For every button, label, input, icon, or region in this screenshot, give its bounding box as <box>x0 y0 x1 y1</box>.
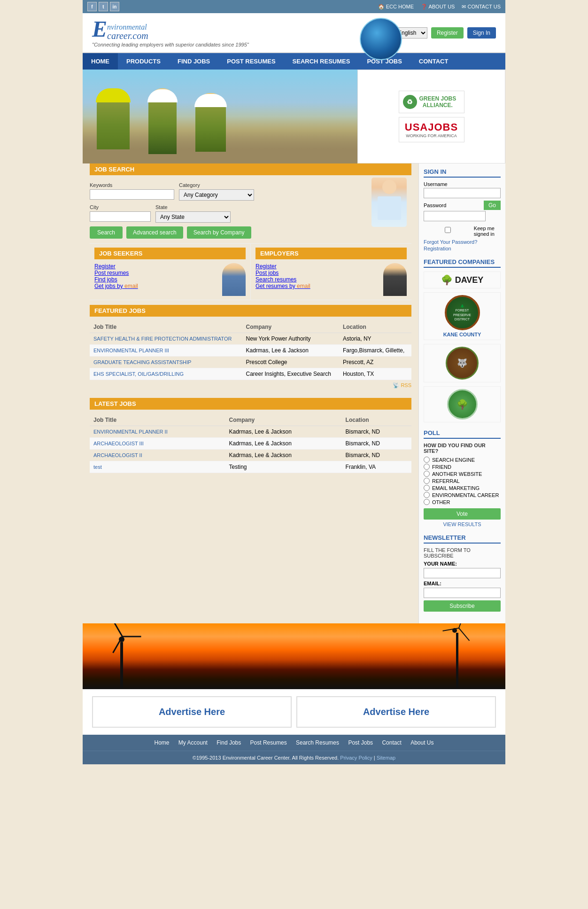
job-link-2[interactable]: ENVIRONMENTAL PLANNER III <box>93 348 169 353</box>
company-1: New York Power Authority <box>242 333 339 345</box>
contact-us-link[interactable]: ✉ CONTACT US <box>462 4 501 10</box>
linkedin-icon[interactable]: in <box>110 2 119 11</box>
davey-company-logo[interactable]: 🌳 DAVEY <box>424 272 501 288</box>
nav-search-resumes[interactable]: SEARCH RESUMES <box>284 53 359 70</box>
poll-radio-7[interactable] <box>424 499 430 505</box>
password-input[interactable] <box>424 211 486 221</box>
green-org-logo[interactable]: 🌳 <box>424 386 501 422</box>
keywords-input[interactable] <box>90 189 174 200</box>
search-by-company-button[interactable]: Search by Company <box>187 226 251 239</box>
footer-my-account[interactable]: My Account <box>178 739 208 746</box>
nav-find-jobs[interactable]: FIND JOBS <box>169 53 218 70</box>
state-select[interactable]: Any State <box>155 211 231 223</box>
forgot-password-link[interactable]: Forgot Your Password? <box>424 239 501 245</box>
kane-county-label: KANE COUNTY <box>426 332 498 337</box>
rss-link[interactable]: RSS <box>401 382 411 388</box>
twitter-icon[interactable]: t <box>99 2 108 11</box>
poll-radio-2[interactable] <box>424 464 430 470</box>
footer-about-us[interactable]: About Us <box>410 739 433 746</box>
latest-job-link-3[interactable]: ARCHAEOLOGIST II <box>93 452 142 458</box>
footer-search-resumes[interactable]: Search Resumes <box>296 739 339 746</box>
poll-radio-1[interactable] <box>424 457 430 463</box>
poll-radio-5[interactable] <box>424 485 430 491</box>
keywords-label: Keywords <box>90 182 174 188</box>
employers-post-jobs-link[interactable]: Post jobs <box>255 270 279 276</box>
table-row: EHS SPECIALIST, OIL/GAS/DRILLING Career … <box>90 368 411 380</box>
kane-county-logo[interactable]: 🌲 FOREST PRESERVE DISTRICT KANE COUNTY <box>424 292 501 340</box>
nav-products[interactable]: PRODUCTS <box>118 53 169 70</box>
footer-post-resumes[interactable]: Post Resumes <box>250 739 287 746</box>
job-link-3[interactable]: GRADUATE TEACHING ASSISTANTSHIP <box>93 359 191 365</box>
signin-button[interactable]: Sign In <box>467 27 496 39</box>
search-button[interactable]: Search <box>90 226 123 239</box>
partner-logos: ♻ GREEN JOBSALLIANCE. USAJOBS WORKING FO… <box>357 70 505 163</box>
rss-icon: 📡 <box>393 382 399 388</box>
latest-job-link-4[interactable]: test <box>93 464 102 470</box>
employers-get-resumes-link[interactable]: Get resumes by email <box>255 283 310 289</box>
view-results-link[interactable]: VIEW RESULTS <box>424 521 501 527</box>
nav-post-resumes[interactable]: POST RESUMES <box>218 53 284 70</box>
poll-radio-4[interactable] <box>424 478 430 484</box>
sitemap-link[interactable]: Sitemap <box>377 755 395 761</box>
main-area: JOB SEARCH Keywords Category <box>83 163 505 623</box>
footer-home[interactable]: Home <box>155 739 170 746</box>
newsletter-email-input[interactable] <box>424 588 501 598</box>
poll-radio-6[interactable] <box>424 492 430 498</box>
seekers-find-jobs-link[interactable]: Find jobs <box>94 276 117 283</box>
defenders-logo[interactable]: 🐺 <box>424 344 501 382</box>
vote-button[interactable]: Vote <box>424 508 501 520</box>
username-input[interactable] <box>424 188 501 198</box>
city-input[interactable] <box>90 211 151 222</box>
ad-banner-2[interactable]: Advertise Here <box>296 696 496 728</box>
poll-radio-3[interactable] <box>424 471 430 477</box>
nav-contact[interactable]: CONTACT <box>410 53 457 70</box>
footer-find-jobs[interactable]: Find Jobs <box>217 739 241 746</box>
footer-post-jobs[interactable]: Post Jobs <box>348 739 373 746</box>
green-jobs-alliance-logo[interactable]: ♻ GREEN JOBSALLIANCE. <box>399 91 464 113</box>
seekers-get-jobs-email-link[interactable]: Get jobs by email <box>94 283 138 289</box>
latest-job-link-2[interactable]: ARCHAEOLOGIST III <box>93 441 144 446</box>
ad-banner-1[interactable]: Advertise Here <box>92 696 292 728</box>
keep-signed-checkbox[interactable] <box>424 227 472 233</box>
latest-col-company: Company <box>225 414 341 426</box>
job-link-4[interactable]: EHS SPECIALIST, OIL/GAS/DRILLING <box>93 371 184 377</box>
job-search-header: JOB SEARCH <box>90 163 411 175</box>
davey-name: DAVEY <box>455 275 484 285</box>
job-link-1[interactable]: SAFETY HEALTH & FIRE PROTECTION ADMINIST… <box>93 336 232 342</box>
latest-jobs-section: LATEST JOBS Job Title Company Location E… <box>83 398 418 478</box>
landscape-image <box>83 623 505 689</box>
employers-search-resumes-link[interactable]: Search resumes <box>255 276 296 283</box>
latest-job-link-1[interactable]: ENVIRONMENTAL PLANNER II <box>93 429 168 435</box>
employers-header: EMPLOYERS <box>255 248 407 259</box>
about-us-link[interactable]: ❓ ABOUT US <box>421 4 455 10</box>
seekers-post-resumes-link[interactable]: Post resumes <box>94 270 129 276</box>
col-job-title: Job Title <box>90 321 242 333</box>
register-button[interactable]: Register <box>431 27 464 39</box>
poll-option-7: OTHER <box>432 499 450 505</box>
ecc-home-link[interactable]: 🏠 ECC HOME <box>378 4 414 10</box>
turbine-blade-1b <box>123 636 141 637</box>
advanced-search-button[interactable]: Advanced search <box>126 226 183 239</box>
privacy-policy-link[interactable]: Privacy Policy <box>340 755 372 761</box>
facebook-icon[interactable]: f <box>87 2 97 11</box>
keep-signed-label: Keep me signed in <box>474 225 501 237</box>
newsletter-description: FILL THE FORM TO SUBSCRIBE <box>424 547 501 559</box>
registration-link[interactable]: Registration <box>424 246 501 251</box>
category-select[interactable]: Any Category <box>179 189 254 201</box>
poll-option-3: ANOTHER WEBSITE <box>432 471 482 477</box>
employers-register-link[interactable]: Register <box>255 263 277 270</box>
newsletter-name-input[interactable] <box>424 568 501 578</box>
nav-home[interactable]: HOME <box>83 53 118 70</box>
go-button[interactable]: Go <box>484 201 501 210</box>
footer-navigation: Home My Account Find Jobs Post Resumes S… <box>83 735 505 751</box>
location-1: Astoria, NY <box>339 333 411 345</box>
seekers-register-link[interactable]: Register <box>94 263 116 270</box>
footer-contact[interactable]: Contact <box>382 739 401 746</box>
usa-jobs-logo[interactable]: USAJOBS WORKING FOR AMERICA <box>399 117 464 142</box>
poll-option-4: REFERRAL <box>432 478 460 484</box>
search-buttons: Search Advanced search Search by Company <box>90 226 411 239</box>
state-label: State <box>155 204 231 210</box>
job-search-section: JOB SEARCH Keywords Category <box>83 163 418 243</box>
subscribe-button[interactable]: Subscribe <box>424 600 501 612</box>
location-2: Fargo,Bismarck, Gillette, <box>339 345 411 357</box>
